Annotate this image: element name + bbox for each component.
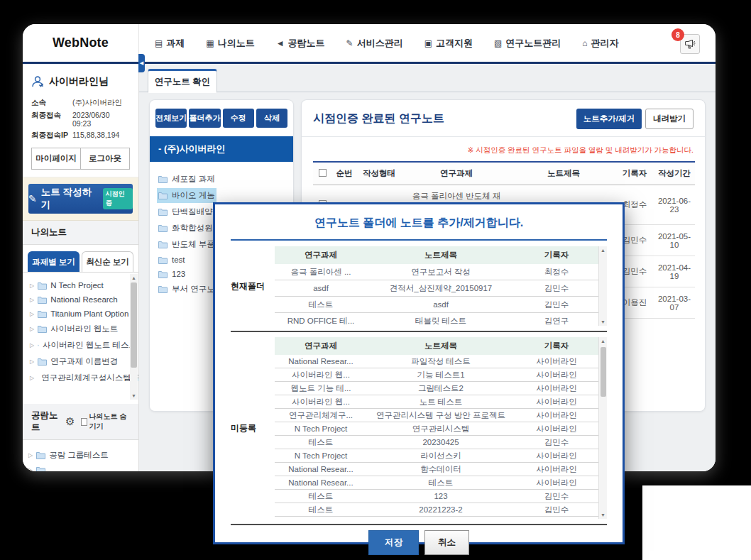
column-header: 연구과제	[275, 337, 367, 355]
cell-title: 파일작성 테스트	[367, 355, 515, 368]
nav-item[interactable]: ▦ 나의노트	[206, 37, 254, 50]
hide-my-note-checkbox[interactable]	[81, 418, 87, 426]
modal-footer-divider	[231, 524, 607, 525]
nav-item[interactable]: ✎ 서비스관리	[346, 37, 403, 50]
nav-item-label: 공람노트	[288, 37, 325, 50]
write-note-button[interactable]: ✎ 노트 작성하기 시점인증	[28, 184, 133, 214]
megaphone-icon	[685, 40, 696, 49]
folder-icon	[158, 241, 168, 248]
tree-item[interactable]: ▷ 사이버라인 웹노트 테스트	[30, 337, 137, 353]
cell-writer: 사이버라인	[515, 449, 598, 463]
folder-toolbar-button[interactable]: 폴더추가	[189, 109, 220, 128]
tab-research-note-check[interactable]: 연구노트 확인	[148, 69, 217, 93]
shared-tree: ▷ 공람 그룹테스트 ▷	[23, 440, 138, 471]
folder-toolbar-button[interactable]: 수정	[223, 109, 254, 128]
folder-toolbar-button[interactable]: 전체보기	[155, 109, 187, 128]
folder-item[interactable]: 세포질 과제	[157, 172, 216, 187]
scroll-up-icon[interactable]: ▲	[599, 337, 607, 345]
tree-item-label: Titanium Plant Option	[50, 309, 128, 318]
my-page-button[interactable]: 마이페이지	[32, 148, 80, 169]
nav-item-label: 연구노트관리	[505, 37, 561, 50]
unregistered-scrollbar[interactable]: ▲ ▼	[598, 337, 607, 519]
tree-item[interactable]: ▷ 연구과제 이름변경	[30, 353, 137, 370]
cell-writer: 사이버라인	[515, 355, 598, 368]
sidebar: 사이버라인님 소속 (주)사이버라인 최종접속 2023/06/30 09:23	[23, 64, 139, 471]
current-folder-row: RND OFFICE 테... 태블릿 테스트 김연구 삭제	[275, 313, 607, 326]
cell-title: 20230425	[367, 436, 515, 449]
gear-icon[interactable]: ⚙	[65, 415, 75, 428]
tree-item[interactable]: ▷ 연구관리체계구성시스템 구축	[30, 370, 137, 386]
expander-icon[interactable]: ▷	[30, 311, 34, 317]
tree-item[interactable]: ▷ N Tech Project	[30, 278, 137, 292]
tab-strip: 연구노트 확인	[139, 64, 716, 92]
folder-icon	[38, 296, 47, 304]
cell-writer: 사이버라인	[515, 395, 598, 409]
tree-item[interactable]: ▷	[28, 463, 137, 471]
scroll-up-icon[interactable]: ▲	[599, 246, 607, 254]
modal-title-divider	[231, 239, 607, 241]
tree-item[interactable]: ▷ National Research	[30, 292, 137, 307]
user-icon	[31, 75, 44, 88]
cell-period: 2021-05-10	[654, 225, 695, 256]
expander-icon[interactable]: ▷	[30, 282, 34, 289]
logout-button[interactable]: 로그아웃	[80, 148, 129, 169]
cell-title: 함수데이터	[367, 463, 515, 476]
nav-item[interactable]: ▤ 과제	[155, 37, 185, 50]
scrollbar-thumb[interactable]	[601, 347, 606, 397]
scroll-down-icon[interactable]: ▼	[599, 318, 607, 326]
nav-item[interactable]: ▧ 연구노트관리	[494, 37, 561, 50]
nav-item-label: 과제	[166, 37, 185, 50]
folder-item-label: 반도체 부품	[172, 239, 215, 250]
folder-item[interactable]: 바이오 게놈	[157, 188, 216, 203]
scrollbar-thumb[interactable]	[131, 282, 137, 368]
cell-writer: 김민수	[515, 297, 598, 313]
folder-icon	[38, 325, 47, 333]
expander-icon[interactable]: ▷	[30, 342, 34, 348]
nav-item[interactable]: ▣ 고객지원	[424, 37, 473, 50]
scroll-up-icon[interactable]: ▲	[130, 274, 138, 282]
current-folder-label: 현재폴더	[231, 246, 275, 326]
expander-icon[interactable]: ▷	[30, 358, 34, 365]
current-folder-row: asdf 견적서_삼진제약_20150917 김민수 삭제	[275, 280, 607, 297]
expander-icon[interactable]: ▷	[28, 452, 33, 459]
background-card	[642, 485, 751, 560]
cell-writer: 사이버라인	[515, 368, 598, 382]
scroll-down-icon[interactable]: ▼	[130, 392, 138, 400]
save-button[interactable]: 저장	[368, 530, 419, 555]
expander-icon[interactable]: ▷	[30, 297, 34, 303]
expander-icon[interactable]: ▷	[30, 375, 34, 381]
folder-item[interactable]: 반도체 부품	[157, 237, 216, 252]
sidebar-tree-scrollbar[interactable]: ▲ ▼	[130, 274, 138, 400]
current-folder-scrollbar[interactable]: ▲ ▼	[598, 246, 607, 326]
tree-item[interactable]: ▷ 공람 그룹테스트	[28, 447, 137, 463]
sidebar-tab[interactable]: 과제별 보기	[28, 251, 80, 272]
nav-item[interactable]: ◄ 공람노트	[276, 37, 325, 50]
write-note-label: 노트 작성하기	[41, 186, 99, 212]
sidebar-collapse-toggle[interactable]: ◀	[138, 54, 145, 72]
my-note-icon: ▦	[206, 38, 214, 48]
cell-project: N Tech Project	[275, 449, 367, 463]
column-header: 작성기간	[654, 162, 695, 185]
folder-item[interactable]: 123	[157, 268, 187, 280]
folder-item[interactable]: 단백질배양	[157, 204, 214, 219]
folder-icon	[158, 285, 168, 293]
user-info-panel: 사이버라인님 소속 (주)사이버라인 최종접속 2023/06/30 09:23	[23, 64, 138, 177]
tree-item[interactable]: ▷ 사이버라인 웹노트	[30, 321, 137, 337]
folder-item[interactable]: test	[157, 253, 187, 266]
download-button[interactable]: 내려받기	[645, 109, 694, 129]
user-buttons: 마이페이지 로그아웃	[31, 148, 130, 170]
folder-toolbar-button[interactable]: 삭제	[256, 109, 287, 128]
folder-icon	[158, 192, 168, 199]
scroll-down-icon[interactable]: ▼	[599, 511, 607, 519]
sidebar-tab[interactable]: 최신순 보기	[82, 251, 133, 272]
tree-item[interactable]: ▷ Titanium Plant Option	[30, 307, 137, 321]
expander-icon[interactable]: ▷	[28, 467, 33, 471]
add-remove-note-button[interactable]: 노트추가/제거	[576, 109, 642, 129]
company-folder-header[interactable]: - (주)사이버라인	[150, 136, 293, 162]
cancel-button[interactable]: 취소	[424, 530, 469, 555]
folder-icon	[38, 341, 39, 349]
expander-icon[interactable]: ▷	[30, 326, 34, 332]
nav-item[interactable]: ⌂ 관리자	[582, 37, 618, 50]
nav-item-label: 고객지원	[436, 37, 473, 50]
select-all-checkbox[interactable]	[319, 169, 327, 177]
